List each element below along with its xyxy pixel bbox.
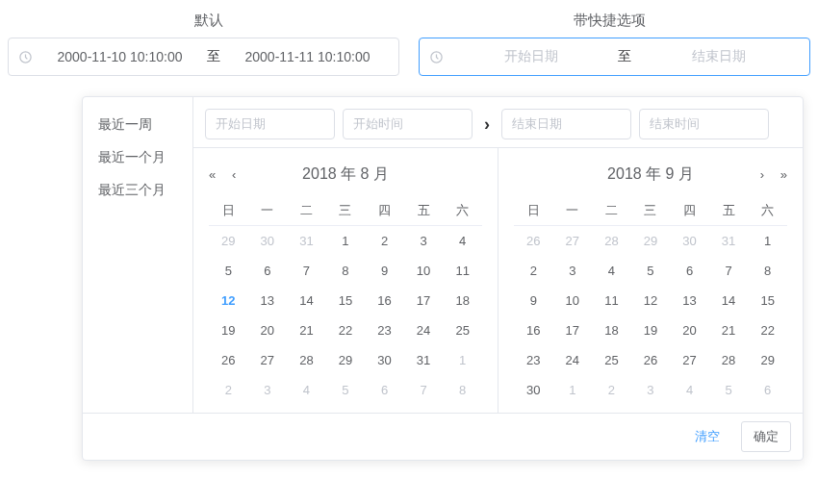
calendar-day[interactable]: 15: [326, 286, 366, 315]
calendar-day[interactable]: 12: [209, 286, 248, 315]
calendar-day[interactable]: 11: [592, 286, 631, 315]
shortcut-date-range-input[interactable]: 开始日期 至 结束日期: [419, 38, 810, 76]
calendar-day[interactable]: 29: [209, 226, 248, 257]
end-date-input[interactable]: 结束日期: [501, 109, 631, 139]
calendar-day[interactable]: 3: [248, 375, 288, 405]
calendar-day[interactable]: 31: [287, 226, 326, 257]
calendar-day[interactable]: 8: [443, 375, 482, 405]
calendar-day[interactable]: 22: [326, 315, 366, 345]
calendar-day[interactable]: 2: [209, 375, 248, 405]
calendar-day[interactable]: 8: [326, 256, 366, 286]
default-date-range-input[interactable]: 2000-11-10 10:10:00 至 2000-11-11 10:10:0…: [8, 38, 399, 76]
next-year-icon[interactable]: »: [780, 167, 787, 182]
calendar-day[interactable]: 21: [709, 315, 749, 345]
sidebar-item-0[interactable]: 最近一周: [83, 109, 192, 141]
sidebar-item-1[interactable]: 最近一个月: [83, 141, 192, 174]
calendar-day[interactable]: 1: [748, 226, 787, 257]
calendar-day[interactable]: 22: [748, 315, 787, 345]
calendar-day[interactable]: 3: [404, 226, 444, 257]
calendar-day[interactable]: 1: [326, 226, 366, 257]
calendar-day[interactable]: 27: [553, 226, 593, 257]
calendar-day[interactable]: 17: [404, 286, 444, 315]
calendar-day[interactable]: 30: [514, 375, 553, 405]
calendar-day[interactable]: 12: [631, 286, 671, 315]
calendar-day[interactable]: 5: [326, 375, 366, 405]
calendar-day[interactable]: 30: [248, 226, 288, 257]
calendar-day[interactable]: 16: [514, 315, 553, 345]
calendar-day[interactable]: 3: [553, 256, 593, 286]
calendar-day[interactable]: 19: [209, 315, 248, 345]
calendar-day[interactable]: 29: [326, 345, 366, 375]
calendar-day[interactable]: 6: [365, 375, 404, 405]
calendar-day[interactable]: 31: [709, 226, 749, 257]
start-time-input[interactable]: 开始时间: [343, 109, 473, 139]
calendar-day[interactable]: 6: [748, 375, 787, 405]
calendar-day[interactable]: 5: [209, 256, 248, 286]
calendar-day[interactable]: 5: [631, 256, 671, 286]
calendar-day[interactable]: 28: [592, 226, 631, 257]
calendar-day[interactable]: 20: [248, 315, 288, 345]
prev-year-icon[interactable]: «: [209, 167, 216, 182]
calendar-day[interactable]: 8: [748, 256, 787, 286]
calendar-day[interactable]: 7: [404, 375, 444, 405]
start-date-input[interactable]: 开始日期: [205, 109, 335, 139]
calendar-day[interactable]: 4: [287, 375, 326, 405]
calendar-day[interactable]: 14: [709, 286, 749, 315]
calendar-day[interactable]: 28: [709, 345, 749, 375]
calendar-day[interactable]: 29: [631, 226, 671, 257]
calendar-day[interactable]: 9: [365, 256, 404, 286]
calendar-day[interactable]: 4: [443, 226, 482, 257]
calendar-day[interactable]: 2: [514, 256, 553, 286]
calendar-day[interactable]: 5: [709, 375, 749, 405]
calendar-day[interactable]: 11: [443, 256, 482, 286]
calendar-day[interactable]: 9: [514, 286, 553, 315]
calendar-day[interactable]: 13: [670, 286, 709, 315]
sidebar-item-2[interactable]: 最近三个月: [83, 174, 192, 207]
clear-button[interactable]: 清空: [683, 422, 731, 451]
calendar-day[interactable]: 29: [748, 345, 787, 375]
calendar-day[interactable]: 27: [670, 345, 709, 375]
calendar-day[interactable]: 26: [514, 226, 553, 257]
calendar-day[interactable]: 2: [592, 375, 631, 405]
calendar-day[interactable]: 24: [553, 345, 593, 375]
calendar-day[interactable]: 28: [287, 345, 326, 375]
calendar-day[interactable]: 21: [287, 315, 326, 345]
calendar-day[interactable]: 15: [748, 286, 787, 315]
calendar-day[interactable]: 23: [365, 315, 404, 345]
calendar-day[interactable]: 2: [365, 226, 404, 257]
calendar-day[interactable]: 17: [553, 315, 593, 345]
calendar-day[interactable]: 7: [287, 256, 326, 286]
calendar-day[interactable]: 19: [631, 315, 671, 345]
calendar-day[interactable]: 25: [592, 345, 631, 375]
calendar-day[interactable]: 6: [248, 256, 288, 286]
calendar-day[interactable]: 26: [631, 345, 671, 375]
calendar-day[interactable]: 10: [404, 256, 444, 286]
calendar-day[interactable]: 23: [514, 345, 553, 375]
next-month-icon[interactable]: ›: [760, 167, 764, 182]
prev-month-icon[interactable]: ‹: [232, 167, 236, 182]
calendar-day[interactable]: 14: [287, 286, 326, 315]
calendar-day[interactable]: 3: [631, 375, 671, 405]
calendar-day[interactable]: 27: [248, 345, 288, 375]
calendar-day[interactable]: 26: [209, 345, 248, 375]
calendar-day[interactable]: 1: [443, 345, 482, 375]
calendar-day[interactable]: 16: [365, 286, 404, 315]
calendar-day[interactable]: 25: [443, 315, 482, 345]
calendar-day[interactable]: 20: [670, 315, 709, 345]
date-picker-popup: 最近一周最近一个月最近三个月 开始日期 开始时间 › 结束日期 结束时间 «‹2…: [82, 96, 804, 461]
calendar-day[interactable]: 10: [553, 286, 593, 315]
calendar-day[interactable]: 1: [553, 375, 593, 405]
calendar-day[interactable]: 6: [670, 256, 709, 286]
calendar-day[interactable]: 4: [592, 256, 631, 286]
confirm-button[interactable]: 确定: [741, 421, 791, 452]
end-time-input[interactable]: 结束时间: [639, 109, 769, 139]
calendar-day[interactable]: 31: [404, 345, 444, 375]
calendar-day[interactable]: 24: [404, 315, 444, 345]
calendar-day[interactable]: 18: [443, 286, 482, 315]
calendar-day[interactable]: 13: [248, 286, 288, 315]
calendar-day[interactable]: 30: [365, 345, 404, 375]
calendar-day[interactable]: 7: [709, 256, 749, 286]
calendar-day[interactable]: 4: [670, 375, 709, 405]
calendar-day[interactable]: 18: [592, 315, 631, 345]
calendar-day[interactable]: 30: [670, 226, 709, 257]
